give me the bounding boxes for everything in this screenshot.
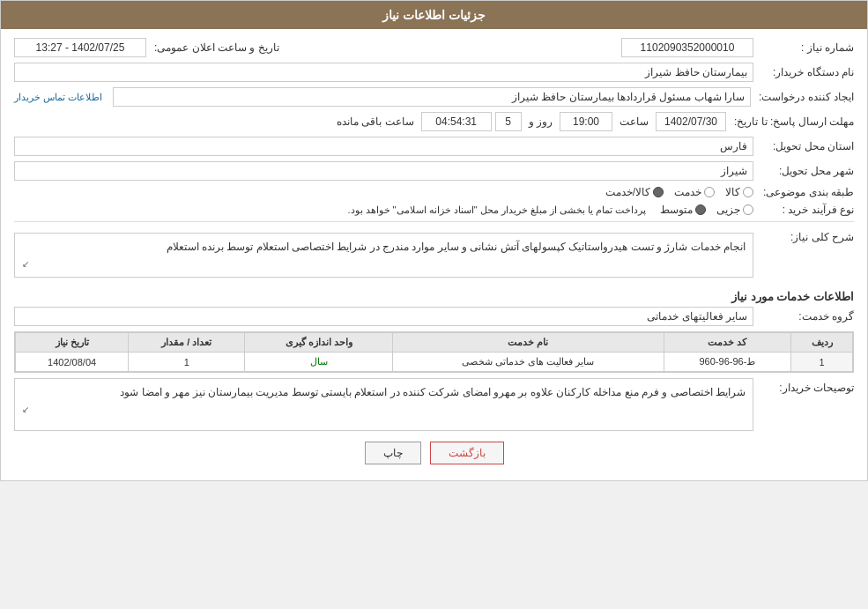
- deadline-time-value: 19:00: [560, 112, 612, 131]
- cell-row-num: 1: [791, 353, 853, 372]
- col-header-date: تاریخ نیاز: [16, 333, 129, 353]
- radio-khedmat: [704, 187, 715, 197]
- cell-count: 1: [129, 353, 245, 372]
- buyer-scroll-indicator: ↙: [22, 403, 746, 417]
- province-value: فارس: [14, 137, 753, 156]
- contact-info-link[interactable]: اطلاعات تماس خریدار: [14, 92, 102, 103]
- col-header-code: کد خدمت: [664, 333, 791, 353]
- deadline-label: مهلت ارسال پاسخ: تا تاریخ:: [730, 115, 854, 128]
- print-button[interactable]: چاپ: [365, 442, 421, 464]
- buyer-notes-box: شرایط اختصاصی و فرم منع مداخله کارکنان ع…: [14, 378, 753, 431]
- deadline-date-value: 1402/07/30: [656, 112, 726, 131]
- announce-date-value: 1402/07/25 - 13:27: [14, 38, 146, 57]
- cell-name: سایر فعالیت های خدماتی شخصی: [393, 353, 664, 372]
- page-header: جزئیات اطلاعات نیاز: [1, 1, 867, 29]
- process-note: پرداخت تمام یا بخشی از مبلغ خریدار محل "…: [347, 204, 646, 216]
- buyer-org-label: نام دستگاه خریدار:: [757, 66, 854, 78]
- category-option-kala-khedmat[interactable]: کالا/خدمت: [605, 186, 664, 198]
- process-option-motevasset[interactable]: متوسط: [660, 204, 706, 216]
- category-option-khedmat[interactable]: خدمت: [674, 186, 715, 198]
- process-option-jozi[interactable]: جزیی: [716, 204, 753, 216]
- cell-code: ط-96-96-960: [664, 353, 791, 372]
- days-label-static: روز و: [525, 115, 556, 128]
- scroll-indicator: ↙: [22, 257, 746, 271]
- divider1: [14, 221, 854, 222]
- back-button[interactable]: بازگشت: [430, 442, 504, 464]
- time-label: ساعت: [616, 115, 652, 128]
- deadline-days-value: 5: [495, 112, 522, 131]
- category-kala-khedmat-label: کالا/خدمت: [605, 186, 650, 198]
- process-jozi-label: جزیی: [716, 204, 740, 216]
- radio-motevasset: [695, 204, 706, 215]
- services-info-title: اطلاعات خدمات مورد نیاز: [14, 290, 854, 303]
- page-title: جزئیات اطلاعات نیاز: [382, 8, 486, 22]
- col-header-unit: واحد اندازه گیری: [245, 333, 393, 353]
- table-row: 1 ط-96-96-960 سایر فعالیت های خدماتی شخص…: [16, 353, 853, 372]
- services-table: ردیف کد خدمت نام خدمت واحد اندازه گیری ت…: [15, 332, 853, 372]
- city-label: شهر محل تحویل:: [757, 165, 854, 177]
- process-motevasset-label: متوسط: [660, 204, 693, 216]
- city-value: شیراز: [14, 161, 753, 181]
- col-header-count: تعداد / مقدار: [129, 333, 245, 353]
- service-group-label: گروه خدمت:: [757, 310, 854, 323]
- announce-date-label: تاریخ و ساعت اعلان عمومی:: [150, 41, 279, 54]
- creator-label: ایجاد کننده درخواست:: [754, 91, 854, 103]
- radio-kala-khedmat: [653, 187, 664, 197]
- radio-jozi: [743, 204, 753, 215]
- category-label: طبقه بندی موضوعی:: [757, 186, 854, 198]
- col-header-row: ردیف: [791, 333, 853, 353]
- cell-unit: سال: [245, 353, 393, 372]
- category-khedmat-label: خدمت: [674, 186, 701, 198]
- need-description-box: انجام خدمات شارژ و تست هیدرواستاتیک کپسو…: [14, 233, 753, 278]
- buttons-row: بازگشت چاپ: [14, 442, 854, 464]
- process-radio-group: جزیی متوسط: [660, 204, 753, 216]
- service-group-value: سایر فعالیتهای خدماتی: [14, 307, 753, 326]
- col-header-name: نام خدمت: [393, 333, 664, 353]
- buyer-org-value: بیمارستان حافظ شیراز: [14, 63, 753, 82]
- buyer-notes-label: توصیحات خریدار:: [757, 378, 854, 394]
- province-label: استان محل تحویل:: [757, 140, 854, 152]
- remaining-label-static: ساعت باقی مانده: [333, 115, 418, 128]
- need-description-label: شرح کلی نیاز:: [757, 227, 854, 243]
- process-label: نوع فرآیند خرید :: [757, 204, 854, 216]
- need-description-value: انجام خدمات شارژ و تست هیدرواستاتیک کپسو…: [167, 241, 746, 253]
- category-kala-label: کالا: [725, 186, 740, 198]
- category-radio-group: کالا خدمت کالا/خدمت: [605, 186, 753, 198]
- radio-kala: [743, 187, 753, 197]
- cell-date: 1402/08/04: [16, 353, 129, 372]
- need-number-label: شماره نیاز :: [757, 41, 854, 54]
- category-option-kala[interactable]: کالا: [725, 186, 753, 198]
- need-number-value: 1102090352000010: [621, 38, 753, 57]
- services-table-container: ردیف کد خدمت نام خدمت واحد اندازه گیری ت…: [14, 331, 854, 373]
- creator-value: سارا شهاب مسئول قراردادها بیمارستان حافظ…: [113, 87, 751, 107]
- buyer-notes-value: شرایط اختصاصی و فرم منع مداخله کارکنان ع…: [120, 386, 746, 398]
- deadline-remaining-value: 04:54:31: [421, 112, 492, 131]
